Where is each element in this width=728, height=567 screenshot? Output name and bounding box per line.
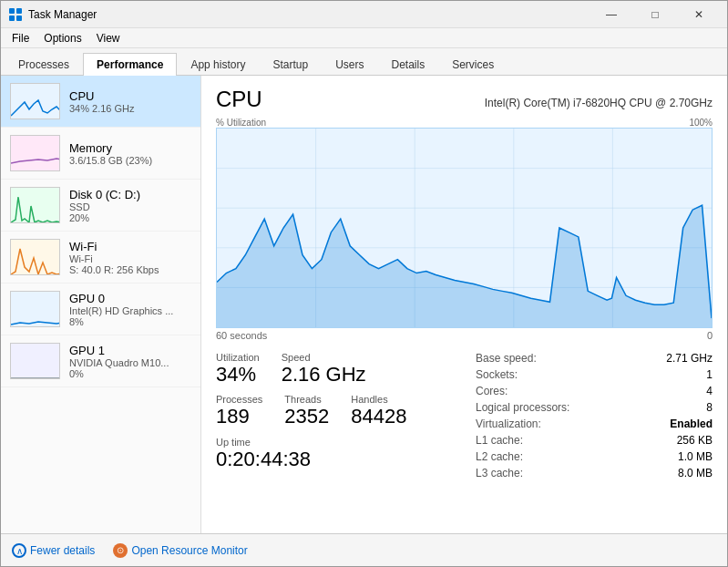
maximize-button[interactable]: □ xyxy=(634,1,676,28)
fewer-details-label: Fewer details xyxy=(30,544,95,557)
spec-val-cores: 4 xyxy=(706,385,713,397)
time-left: 60 seconds xyxy=(216,330,267,341)
menu-view[interactable]: View xyxy=(89,30,128,46)
uptime-group: Up time 0:20:44:38 xyxy=(216,437,407,471)
tab-bar: Processes Performance App history Startu… xyxy=(1,48,727,76)
wifi-name: Wi-Fi xyxy=(69,240,159,253)
svg-rect-2 xyxy=(9,15,15,21)
spec-val-sockets: 1 xyxy=(706,368,713,381)
sidebar: CPU 34% 2.16 GHz Memory 3.6/15.8 GB (23%… xyxy=(1,76,201,533)
svg-rect-0 xyxy=(9,8,15,14)
gpu0-mini-chart xyxy=(10,291,60,327)
window-title: Task Manager xyxy=(28,8,590,21)
specs-panel: Base speed: 2.71 GHz Sockets: 1 Cores: 4… xyxy=(476,352,713,479)
tab-details[interactable]: Details xyxy=(377,53,438,76)
threads-label: Threads xyxy=(284,394,329,405)
close-button[interactable]: ✕ xyxy=(678,1,720,28)
handles-label: Handles xyxy=(351,394,406,405)
title-bar: Task Manager — □ ✕ xyxy=(1,1,727,28)
spec-key-l1: L1 cache: xyxy=(476,434,523,447)
minimize-button[interactable]: — xyxy=(590,1,632,28)
cpu-mini-chart xyxy=(10,83,60,119)
util-max: 100% xyxy=(689,118,713,128)
gpu1-sub1: NVIDIA Quadro M10... xyxy=(69,357,169,368)
gpu1-sub2: 0% xyxy=(69,368,169,379)
handles-value: 84428 xyxy=(351,405,406,428)
menu-file[interactable]: File xyxy=(5,30,36,46)
spec-key-cores: Cores: xyxy=(476,385,508,397)
disk-mini-chart xyxy=(10,187,60,223)
window-controls: — □ ✕ xyxy=(590,1,720,28)
sidebar-item-wifi[interactable]: Wi-Fi Wi-Fi S: 40.0 R: 256 Kbps xyxy=(1,232,200,284)
task-manager-window: Task Manager — □ ✕ File Options View Pro… xyxy=(0,0,728,567)
sidebar-item-memory[interactable]: Memory 3.6/15.8 GB (23%) xyxy=(1,128,200,180)
app-icon xyxy=(8,7,23,22)
menu-options[interactable]: Options xyxy=(36,30,88,46)
cpu-name: CPU xyxy=(69,89,135,103)
cpu-chart xyxy=(216,128,713,328)
util-label: % Utilization xyxy=(216,118,266,128)
spec-row-l2: L2 cache: 1.0 MB xyxy=(476,450,713,463)
content-area: CPU 34% 2.16 GHz Memory 3.6/15.8 GB (23%… xyxy=(1,76,727,533)
spec-val-l2: 1.0 MB xyxy=(678,450,713,463)
tab-startup[interactable]: Startup xyxy=(259,53,322,76)
processes-label: Processes xyxy=(216,394,262,405)
tab-users[interactable]: Users xyxy=(322,53,377,76)
spec-val-l3: 8.0 MB xyxy=(678,467,713,479)
sidebar-item-gpu0[interactable]: GPU 0 Intel(R) HD Graphics ... 8% xyxy=(1,284,200,335)
chevron-up-icon: ∧ xyxy=(12,543,26,558)
spec-row-logical: Logical processors: 8 xyxy=(476,401,713,414)
open-resource-monitor-button[interactable]: ⊙ Open Resource Monitor xyxy=(113,543,247,558)
processes-group: Processes 189 xyxy=(216,394,262,428)
stats-bottom: Utilization 34% Speed 2.16 GHz Processes… xyxy=(216,346,713,479)
memory-name: Memory xyxy=(69,141,152,155)
memory-mini-chart xyxy=(10,135,60,171)
cpu-title: CPU xyxy=(216,87,262,112)
svg-marker-12 xyxy=(217,205,712,327)
tab-performance[interactable]: Performance xyxy=(83,53,177,76)
spec-val-basespeed: 2.71 GHz xyxy=(666,352,713,365)
spec-val-logical: 8 xyxy=(706,401,713,414)
spec-row-sockets: Sockets: 1 xyxy=(476,368,713,381)
tab-app-history[interactable]: App history xyxy=(177,53,259,76)
disk-info: Disk 0 (C: D:) SSD 20% xyxy=(69,188,140,223)
util-stat-label: Utilization xyxy=(216,352,260,363)
gpu1-mini-chart xyxy=(10,343,60,379)
handles-group: Handles 84428 xyxy=(351,394,406,428)
spec-key-l3: L3 cache: xyxy=(476,467,523,479)
wifi-mini-chart xyxy=(10,239,60,275)
spec-val-l1: 256 KB xyxy=(677,434,713,447)
util-speed-row: Utilization 34% Speed 2.16 GHz xyxy=(216,352,407,387)
gpu0-name: GPU 0 xyxy=(69,292,173,305)
wifi-info: Wi-Fi Wi-Fi S: 40.0 R: 256 Kbps xyxy=(69,240,159,275)
speed-group: Speed 2.16 GHz xyxy=(282,352,366,387)
svg-rect-3 xyxy=(16,15,22,21)
spec-key-l2: L2 cache: xyxy=(476,450,523,463)
sidebar-item-gpu1[interactable]: GPU 1 NVIDIA Quadro M10... 0% xyxy=(1,335,200,387)
threads-value: 2352 xyxy=(284,405,329,428)
cpu-sub: 34% 2.16 GHz xyxy=(69,103,135,114)
memory-sub: 3.6/15.8 GB (23%) xyxy=(69,155,152,166)
cpu-header: CPU Intel(R) Core(TM) i7-6820HQ CPU @ 2.… xyxy=(216,87,713,112)
threads-group: Threads 2352 xyxy=(284,394,329,428)
tab-processes[interactable]: Processes xyxy=(5,53,83,76)
processes-value: 189 xyxy=(216,405,262,428)
sidebar-item-disk[interactable]: Disk 0 (C: D:) SSD 20% xyxy=(1,180,200,232)
bottom-bar: ∧ Fewer details ⊙ Open Resource Monitor xyxy=(1,533,727,566)
tab-services[interactable]: Services xyxy=(438,53,508,76)
time-right: 0 xyxy=(707,330,713,341)
disk-sub1: SSD xyxy=(69,201,140,212)
fewer-details-button[interactable]: ∧ Fewer details xyxy=(12,543,95,558)
sidebar-item-cpu[interactable]: CPU 34% 2.16 GHz xyxy=(1,76,200,128)
utilization-label-row: % Utilization 100% xyxy=(216,118,713,128)
spec-row-l1: L1 cache: 256 KB xyxy=(476,434,713,447)
spec-row-basespeed: Base speed: 2.71 GHz xyxy=(476,352,713,365)
spec-key-logical: Logical processors: xyxy=(476,401,569,414)
gpu1-info: GPU 1 NVIDIA Quadro M10... 0% xyxy=(69,344,169,379)
spec-key-sockets: Sockets: xyxy=(476,368,518,381)
stats-left: Utilization 34% Speed 2.16 GHz Processes… xyxy=(216,346,407,479)
wifi-sub1: Wi-Fi xyxy=(69,253,159,264)
gpu1-name: GPU 1 xyxy=(69,344,169,357)
disk-name: Disk 0 (C: D:) xyxy=(69,188,140,201)
proc-thread-handles-row: Processes 189 Threads 2352 Handles 84428 xyxy=(216,394,407,428)
